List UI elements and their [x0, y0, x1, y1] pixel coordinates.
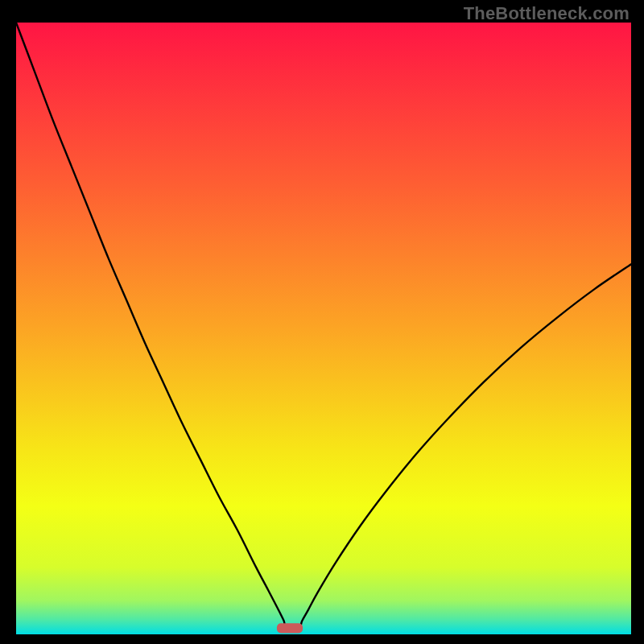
gradient-background — [16, 23, 631, 634]
bottleneck-chart — [16, 23, 631, 634]
optimum-marker — [277, 623, 303, 633]
watermark-text: TheBottleneck.com — [464, 3, 630, 24]
chart-frame: TheBottleneck.com — [0, 0, 644, 644]
plot-area — [16, 23, 631, 634]
